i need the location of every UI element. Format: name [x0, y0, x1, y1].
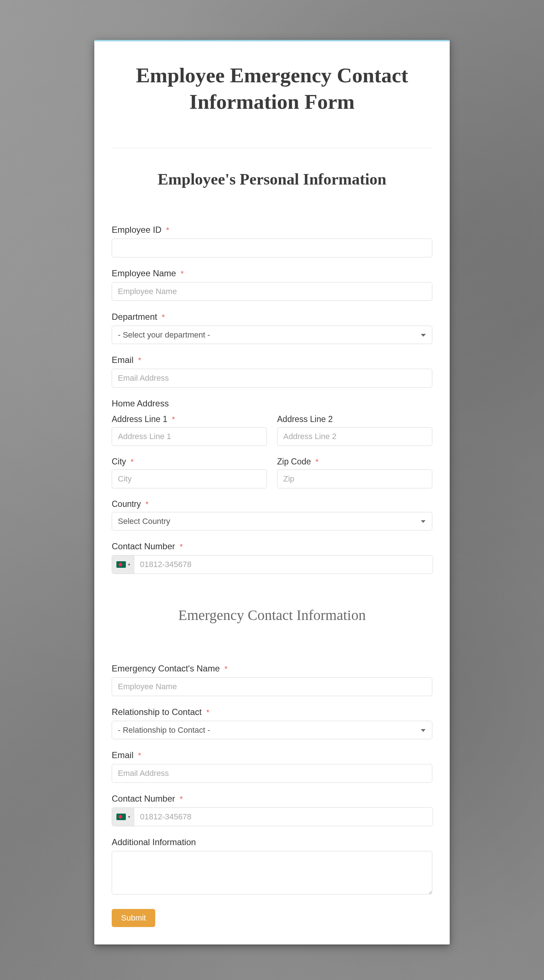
label-zip: Zip Code * [277, 457, 432, 467]
required-marker: * [166, 226, 169, 235]
label-ec-contact-number-text: Contact Number [112, 794, 175, 803]
field-ec-name: Emergency Contact's Name * [112, 663, 432, 696]
field-ec-contact-number: Contact Number * ▾ [112, 794, 432, 826]
field-department: Department * - Select your department - [112, 312, 432, 344]
label-ec-email-text: Email [112, 750, 134, 760]
flag-icon [116, 561, 126, 568]
required-marker: * [181, 269, 184, 278]
divider [112, 148, 432, 148]
label-email-text: Email [112, 355, 134, 365]
required-marker: * [172, 415, 175, 424]
flag-icon [116, 814, 126, 820]
required-marker: * [138, 751, 142, 760]
submit-button[interactable]: Submit [112, 909, 155, 927]
field-additional-info: Additional Information [112, 837, 432, 896]
label-country-text: Country [112, 499, 141, 509]
row-city-zip: City * Zip Code * [112, 457, 432, 499]
label-city: City * [112, 457, 267, 467]
label-address1-text: Address Line 1 [112, 414, 167, 424]
label-employee-id: Employee ID * [112, 225, 432, 235]
label-ec-contact-number: Contact Number * [112, 794, 432, 804]
label-additional-info: Additional Information [112, 837, 432, 847]
input-city[interactable] [112, 469, 267, 488]
label-address1: Address Line 1 * [112, 414, 267, 424]
input-ec-email[interactable] [112, 764, 432, 783]
input-email[interactable] [112, 369, 432, 388]
chevron-down-icon: ▾ [128, 562, 130, 567]
field-home-address-group: Home Address [112, 398, 432, 409]
label-relationship-text: Relationship to Contact [112, 707, 202, 717]
input-ec-name[interactable] [112, 677, 432, 696]
row-address-lines: Address Line 1 * Address Line 2 [112, 414, 432, 457]
section-emergency-title: Emergency Contact Information [112, 606, 432, 624]
input-address1[interactable] [112, 427, 267, 446]
required-marker: * [162, 312, 165, 321]
label-department-text: Department [112, 312, 157, 321]
field-contact-number: Contact Number * ▾ [112, 541, 432, 574]
textarea-additional-info[interactable] [112, 851, 432, 894]
input-employee-id[interactable] [112, 239, 432, 258]
label-employee-name-text: Employee Name [112, 268, 176, 278]
field-city: City * [112, 457, 267, 488]
label-relationship: Relationship to Contact * [112, 707, 432, 717]
select-department[interactable]: - Select your department - [112, 326, 432, 344]
field-zip: Zip Code * [277, 457, 432, 488]
input-zip[interactable] [277, 469, 432, 488]
field-country: Country * Select Country [112, 499, 432, 530]
chevron-down-icon: ▾ [128, 814, 130, 819]
required-marker: * [206, 708, 210, 717]
required-marker: * [138, 356, 142, 365]
label-contact-number: Contact Number * [112, 541, 432, 552]
form-card: Employee Emergency Contact Information F… [94, 40, 450, 945]
ec-country-code-selector[interactable]: ▾ [112, 808, 134, 826]
ec-phone-input-wrap: ▾ [112, 807, 433, 826]
label-employee-id-text: Employee ID [112, 225, 161, 235]
section-personal-title: Employee's Personal Information [112, 170, 432, 189]
form-title: Employee Emergency Contact Information F… [112, 62, 432, 115]
label-email: Email * [112, 355, 432, 365]
field-email: Email * [112, 355, 432, 388]
phone-input-wrap: ▾ [112, 555, 433, 574]
label-home-address: Home Address [112, 398, 432, 409]
label-address2: Address Line 2 [277, 414, 432, 424]
input-ec-contact-number[interactable] [134, 808, 433, 826]
select-country[interactable]: Select Country [112, 512, 432, 530]
label-contact-number-text: Contact Number [112, 541, 175, 551]
label-ec-name-text: Emergency Contact's Name [112, 663, 220, 673]
input-employee-name[interactable] [112, 282, 432, 301]
label-ec-email: Email * [112, 750, 432, 760]
field-employee-id: Employee ID * [112, 225, 432, 258]
required-marker: * [180, 794, 183, 803]
label-employee-name: Employee Name * [112, 268, 432, 278]
required-marker: * [145, 500, 149, 509]
required-marker: * [130, 457, 134, 466]
required-marker: * [315, 457, 319, 466]
required-marker: * [224, 664, 228, 673]
field-employee-name: Employee Name * [112, 268, 432, 301]
field-relationship: Relationship to Contact * - Relationship… [112, 707, 432, 739]
label-zip-text: Zip Code [277, 457, 311, 466]
field-address1: Address Line 1 * [112, 414, 267, 446]
label-city-text: City [112, 457, 126, 466]
select-relationship[interactable]: - Relationship to Contact - [112, 721, 432, 739]
input-contact-number[interactable] [134, 555, 433, 574]
input-address2[interactable] [277, 427, 432, 446]
label-country: Country * [112, 499, 432, 509]
label-department: Department * [112, 312, 432, 322]
country-code-selector[interactable]: ▾ [112, 555, 134, 574]
field-address2: Address Line 2 [277, 414, 432, 446]
required-marker: * [180, 542, 183, 551]
field-ec-email: Email * [112, 750, 432, 783]
label-ec-name: Emergency Contact's Name * [112, 663, 432, 674]
